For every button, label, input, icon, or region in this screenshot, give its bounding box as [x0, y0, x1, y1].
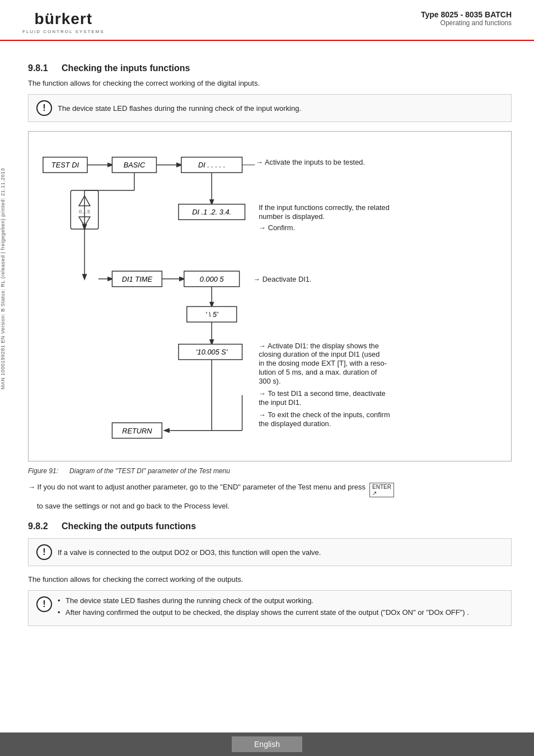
section-title-1: Checking the inputs functions: [62, 63, 190, 73]
figure-caption: Figure 91: Diagram of the "TEST DI" para…: [28, 467, 512, 475]
section1-intro: The function allows for checking the cor…: [28, 79, 512, 87]
svg-text:the input DI1.: the input DI1.: [259, 398, 301, 407]
logo: bürkert FLUID CONTROL SYSTEMS: [22, 10, 105, 34]
arrow-note-text: → If you do not want to adjust another p…: [28, 483, 366, 491]
svg-text:→ Deactivate DI1.: → Deactivate DI1.: [253, 275, 311, 283]
section-heading-2: 9.8.2 Checking the outputs functions: [28, 521, 512, 531]
svg-text:→ Activate DI1: the display sh: → Activate DI1: the display shows the: [259, 342, 379, 350]
arrow-note-line2: to save the settings or not and go back …: [28, 502, 512, 510]
svg-text:300 s).: 300 s).: [259, 377, 280, 385]
main-content: 9.8.1 Checking the inputs functions The …: [0, 41, 534, 646]
svg-text:0.000   5: 0.000 5: [200, 275, 224, 283]
header-info: Type 8025 - 8035 BATCH Operating and fun…: [421, 10, 512, 27]
footer-language[interactable]: English: [232, 736, 302, 752]
warning-icon-2: !: [36, 544, 52, 560]
svg-text:→ To exit the check of the inp: → To exit the check of the inputs, confi…: [259, 410, 390, 419]
svg-text:' \ 5': ' \ 5': [205, 310, 218, 319]
warning-text-1: The device state LED flashes during the …: [58, 104, 301, 113]
bullet-item-2: After having confirmed the output to be …: [58, 608, 469, 617]
warning-box-1: ! The device state LED flashes during th…: [28, 94, 512, 122]
svg-text:DI .1 .2. 3.4.: DI .1 .2. 3.4.: [192, 208, 231, 216]
arrow-note: → If you do not want to adjust another p…: [28, 483, 512, 497]
doc-title: Type 8025 - 8035 BATCH: [421, 10, 512, 19]
svg-text:RETURN: RETURN: [122, 427, 152, 435]
enter-icon: ENTER↗: [369, 483, 394, 497]
svg-text:'10.005 S': '10.005 S': [196, 348, 228, 356]
doc-subtitle: Operating and functions: [421, 19, 512, 27]
section-heading-1: 9.8.1 Checking the inputs functions: [28, 63, 512, 73]
svg-text:DI  .  .  .  .  .: DI . . . . .: [198, 161, 225, 169]
svg-text:BASIC: BASIC: [124, 161, 146, 169]
logo-name: bürkert: [35, 10, 92, 28]
section2-intro: The function allows for checking the cor…: [28, 575, 512, 584]
figure-text: Diagram of the "TEST DI" parameter of th…: [69, 467, 230, 475]
footer-bar: English: [0, 732, 534, 756]
warning-icon-1: !: [36, 100, 52, 116]
bullet-item-1: The device state LED flashes during the …: [58, 596, 469, 605]
page-header: bürkert FLUID CONTROL SYSTEMS Type 8025 …: [0, 0, 534, 41]
section-number-2: 9.8.2: [28, 521, 48, 531]
svg-text:If the input functions correct: If the input functions correctly, the re…: [259, 203, 390, 212]
section-title-2: Checking the outputs functions: [62, 521, 196, 531]
figure-label: Figure 91:: [28, 467, 58, 475]
warning-box-bullets: ! The device state LED flashes during th…: [28, 590, 512, 626]
diagram-svg: TEST DI BASIC DI . . . . . → Activate th…: [38, 141, 502, 450]
diagram-container: TEST DI BASIC DI . . . . . → Activate th…: [28, 131, 512, 461]
warning-box-2: ! If a valve is connected to the output …: [28, 538, 512, 566]
svg-text:TEST DI: TEST DI: [51, 161, 79, 169]
sidebar-text: MAN 1000199281 EN Version: B Status: RL …: [0, 168, 6, 389]
svg-text:→ Activate the inputs to be te: → Activate the inputs to be tested.: [256, 158, 365, 166]
svg-text:closing duration of the input : closing duration of the input DI1 (used: [259, 350, 380, 358]
svg-text:DI1 TIME: DI1 TIME: [122, 275, 153, 283]
svg-text:→ To test DI1 a second time, d: → To test DI1 a second time, deactivate: [259, 389, 386, 398]
bullet-list: The device state LED flashes during the …: [58, 596, 469, 620]
svg-text:in the dosing mode EXT [T], wi: in the dosing mode EXT [T], with a reso-: [259, 359, 387, 367]
svg-text:number is displayed.: number is displayed.: [259, 212, 325, 221]
svg-text:the displayed duration.: the displayed duration.: [259, 419, 331, 428]
svg-text:lution of 5 ms, and a max. dur: lution of 5 ms, and a max. duration of: [259, 368, 377, 376]
svg-text:→ Confirm.: → Confirm.: [259, 223, 295, 232]
section-number-1: 9.8.1: [28, 63, 48, 73]
warning-icon-3: !: [36, 596, 52, 612]
warning-text-2: If a valve is connected to the output DO…: [58, 548, 321, 557]
logo-subtitle: FLUID CONTROL SYSTEMS: [22, 29, 105, 34]
